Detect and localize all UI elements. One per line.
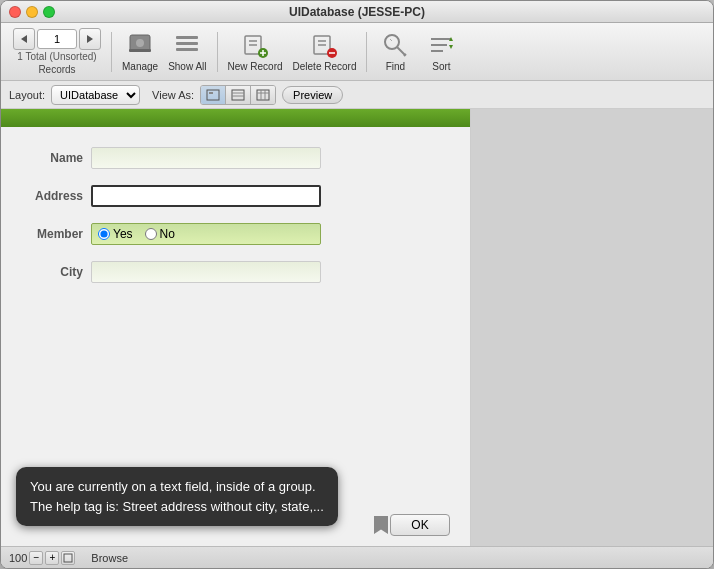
status-mode: Browse xyxy=(91,552,128,564)
svg-point-3 xyxy=(136,39,144,47)
record-total: 1 Total (Unsorted) xyxy=(17,51,96,62)
new-record-icon xyxy=(241,31,269,59)
sort-label: Sort xyxy=(432,61,450,72)
svg-point-19 xyxy=(385,35,399,49)
titlebar: UIDatabase (JESSE-PC) xyxy=(1,1,713,23)
close-button[interactable] xyxy=(9,6,21,18)
view-form-icon xyxy=(206,89,220,101)
ok-button[interactable]: OK xyxy=(390,514,450,536)
find-label: Find xyxy=(386,61,405,72)
zoom-controls: 100 − + xyxy=(9,551,75,565)
svg-rect-6 xyxy=(176,42,198,45)
manage-label: Manage xyxy=(122,61,158,72)
new-record-button[interactable]: New Record xyxy=(224,29,287,74)
right-panel xyxy=(471,109,713,546)
delete-record-icon xyxy=(310,31,338,59)
zoom-in-button[interactable]: + xyxy=(45,551,59,565)
view-table-icon xyxy=(256,89,270,101)
delete-record-label: Delete Record xyxy=(293,61,357,72)
sep3 xyxy=(366,32,367,72)
address-label: Address xyxy=(21,189,91,203)
layout-label: Layout: xyxy=(9,89,45,101)
sep2 xyxy=(217,32,218,72)
traffic-lights xyxy=(9,6,55,18)
member-yes-label: Yes xyxy=(113,227,133,241)
minimize-button[interactable] xyxy=(26,6,38,18)
svg-marker-0 xyxy=(21,35,27,43)
form-header xyxy=(1,109,470,127)
view-form-button[interactable] xyxy=(201,86,226,104)
view-as-label: View As: xyxy=(152,89,194,101)
svg-line-21 xyxy=(390,39,392,41)
member-radio-group: Yes No xyxy=(91,223,321,245)
tooltip: You are currently on a text field, insid… xyxy=(16,467,338,526)
svg-marker-25 xyxy=(449,45,453,49)
window-title: UIDatabase (JESSE-PC) xyxy=(289,5,425,19)
records-nav-group: 1 Total (Unsorted) Records xyxy=(13,28,101,75)
city-label: City xyxy=(21,265,91,279)
member-label: Member xyxy=(21,227,91,241)
content-area: Name Address Member Yes xyxy=(1,109,713,546)
city-field-row: City xyxy=(21,261,450,283)
find-button[interactable]: Find xyxy=(373,29,417,74)
member-field-row: Member Yes No xyxy=(21,223,450,245)
tooltip-line2: The help tag is: Street address without … xyxy=(30,497,324,517)
member-yes-radio[interactable] xyxy=(98,228,110,240)
maximize-button[interactable] xyxy=(43,6,55,18)
address-field-row: Address xyxy=(21,185,450,207)
svg-line-20 xyxy=(397,47,405,55)
member-no-label: No xyxy=(160,227,175,241)
toolbar: 1 Total (Unsorted) Records Manage Show A… xyxy=(1,23,713,81)
find-icon xyxy=(381,31,409,59)
svg-rect-29 xyxy=(232,90,244,100)
svg-rect-4 xyxy=(129,49,151,52)
view-table-button[interactable] xyxy=(251,86,275,104)
bookmark-icon xyxy=(374,516,388,534)
tooltip-line1: You are currently on a text field, insid… xyxy=(30,477,324,497)
delete-record-button[interactable]: Delete Record xyxy=(289,29,361,74)
svg-rect-32 xyxy=(257,90,269,100)
view-list-button[interactable] xyxy=(226,86,251,104)
manage-icon xyxy=(126,31,154,59)
member-no-option[interactable]: No xyxy=(145,227,175,241)
ok-btn-wrapper: OK xyxy=(374,514,450,536)
svg-rect-36 xyxy=(64,554,72,562)
city-input[interactable] xyxy=(91,261,321,283)
svg-rect-28 xyxy=(209,92,213,94)
show-all-button[interactable]: Show All xyxy=(164,29,210,74)
statusbar: 100 − + Browse xyxy=(1,546,713,568)
name-label: Name xyxy=(21,151,91,165)
sort-button[interactable]: Sort xyxy=(419,29,463,74)
resize-icon xyxy=(63,553,73,563)
svg-marker-1 xyxy=(87,35,93,43)
name-input[interactable] xyxy=(91,147,321,169)
sep1 xyxy=(111,32,112,72)
form-container: Name Address Member Yes xyxy=(1,109,471,546)
address-input[interactable] xyxy=(91,185,321,207)
svg-rect-5 xyxy=(176,36,198,39)
manage-button[interactable]: Manage xyxy=(118,29,162,74)
svg-rect-7 xyxy=(176,48,198,51)
preview-button[interactable]: Preview xyxy=(282,86,343,104)
new-record-label: New Record xyxy=(228,61,283,72)
member-yes-option[interactable]: Yes xyxy=(98,227,133,241)
record-number-input[interactable] xyxy=(37,29,77,49)
zoom-out-button[interactable]: − xyxy=(29,551,43,565)
view-btn-group xyxy=(200,85,276,105)
records-label: Records xyxy=(38,64,75,75)
show-all-label: Show All xyxy=(168,61,206,72)
name-field-row: Name xyxy=(21,147,450,169)
nav-prev-button[interactable] xyxy=(13,28,35,50)
member-no-radio[interactable] xyxy=(145,228,157,240)
zoom-resize-button[interactable] xyxy=(61,551,75,565)
layout-select[interactable]: UIDatabase xyxy=(51,85,140,105)
sort-icon xyxy=(427,31,455,59)
svg-rect-27 xyxy=(207,90,219,100)
view-list-icon xyxy=(231,89,245,101)
show-all-icon xyxy=(173,31,201,59)
app-window: UIDatabase (JESSE-PC) 1 Total (Unsorted)… xyxy=(0,0,714,569)
zoom-value: 100 xyxy=(9,552,27,564)
layout-bar: Layout: UIDatabase View As: xyxy=(1,81,713,109)
nav-next-button[interactable] xyxy=(79,28,101,50)
nav-controls xyxy=(13,28,101,50)
